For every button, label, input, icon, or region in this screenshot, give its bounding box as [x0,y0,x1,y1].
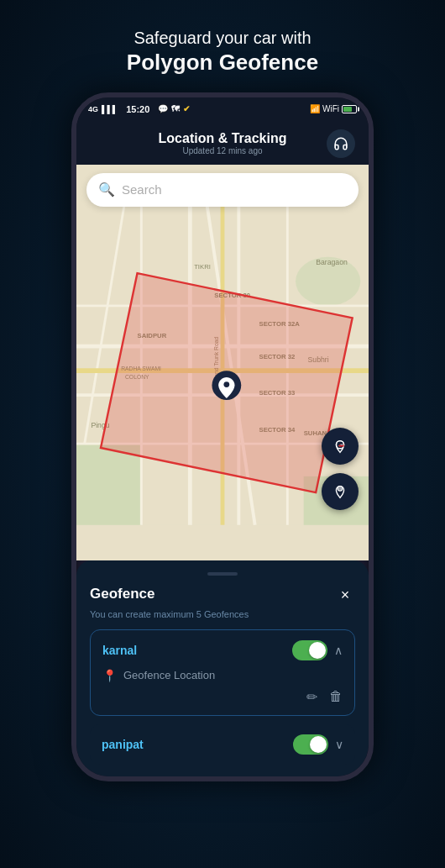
geofence-karnal-chevron-up-icon[interactable]: ∧ [334,644,343,657]
svg-text:🚗: 🚗 [338,440,344,447]
header-title-block: Location & Tracking Updated 12 mins ago [118,131,327,155]
status-right-icons: 📶 WiFi [310,104,357,113]
signal-icon: 4G [88,105,98,113]
panel-title: Geofence [90,586,154,602]
geofence-panipat-name: panipat [102,738,144,751]
headphone-button[interactable] [327,129,355,158]
geofence-location-row: 📍 Geofence Location [102,669,343,682]
signal-bars: ▌▌▌ [102,105,118,113]
headline-top: Safeguard your car with [127,27,318,49]
geofence-panel: Geofence × You can create maximum 5 Geof… [76,560,369,776]
battery-icon [342,105,357,113]
geofence-location-label: Geofence Location [123,669,215,681]
svg-rect-1 [76,444,141,525]
panel-close-button[interactable]: × [335,586,355,606]
app-header: Location & Tracking Updated 12 mins ago [76,121,369,165]
panel-handle [207,572,238,576]
search-bar[interactable]: 🔍 Search [86,173,359,207]
geofence-panipat-header: panipat ∨ [102,734,343,755]
geofence-item-panipat: panipat ∨ [90,724,355,765]
search-icon: 🔍 [98,181,115,197]
car-pin-icon: 🚗 [331,437,349,455]
person-pin-icon [331,482,349,501]
maps-icon: 🗺 [171,104,180,113]
svg-text:Baragaon: Baragaon [316,258,348,266]
check-icon: ✔ [183,104,190,113]
phone-frame: 4G ▌▌▌ 15:20 💬 🗺 ✔ 📶 WiFi Location & Tra… [71,92,374,781]
toggle-knob-2 [310,736,327,753]
panel-subtitle: You can create maximum 5 Geofences [90,609,355,619]
edit-icon[interactable]: ✏ [306,689,317,705]
geofence-karnal-name: karnal [102,644,137,657]
geofence-karnal-actions: ✏ 🗑 [102,689,343,705]
geofence-panipat-chevron-down-icon[interactable]: ∨ [335,738,343,751]
search-placeholder: Search [122,182,162,197]
signal-strength-icon: 📶 [310,104,320,113]
headphone-icon [333,136,348,151]
panel-header: Geofence × [90,586,355,606]
headline-bold: Polygon Geofence [127,49,318,77]
geofence-panipat-controls: ∨ [293,734,343,755]
map-area[interactable]: Land Trunk Road SAIDPUR RADHA SWAMI COLO… [76,165,369,560]
toggle-knob [309,642,326,659]
car-location-fab[interactable]: 🚗 [322,428,359,465]
svg-point-36 [338,487,342,490]
map-fab-container: 🚗 [322,428,359,510]
wifi-icon: WiFi [322,104,339,113]
status-bar: 4G ▌▌▌ 15:20 💬 🗺 ✔ 📶 WiFi [76,97,369,121]
person-location-fab[interactable] [322,473,359,510]
geofence-item-karnal: karnal ∧ 📍 Geofence Location ✏ 🗑 [90,629,355,716]
whatsapp-icon: 💬 [158,104,168,113]
geofence-karnal-header: karnal ∧ [102,640,343,660]
svg-text:TIKRI: TIKRI [194,263,211,271]
header-subtitle: Updated 12 mins ago [182,146,262,155]
header-title: Location & Tracking [159,131,287,146]
status-time: 15:20 [126,104,149,114]
headline: Safeguard your car with Polygon Geofence [127,27,318,77]
geofence-karnal-controls: ∧ [292,640,343,660]
status-left: 4G ▌▌▌ 15:20 💬 🗺 ✔ [88,104,190,114]
svg-point-32 [223,381,229,387]
geofence-karnal-toggle[interactable] [292,640,327,660]
location-pin-icon: 📍 [102,669,117,682]
delete-icon[interactable]: 🗑 [329,689,343,705]
geofence-panipat-toggle[interactable] [293,734,328,755]
